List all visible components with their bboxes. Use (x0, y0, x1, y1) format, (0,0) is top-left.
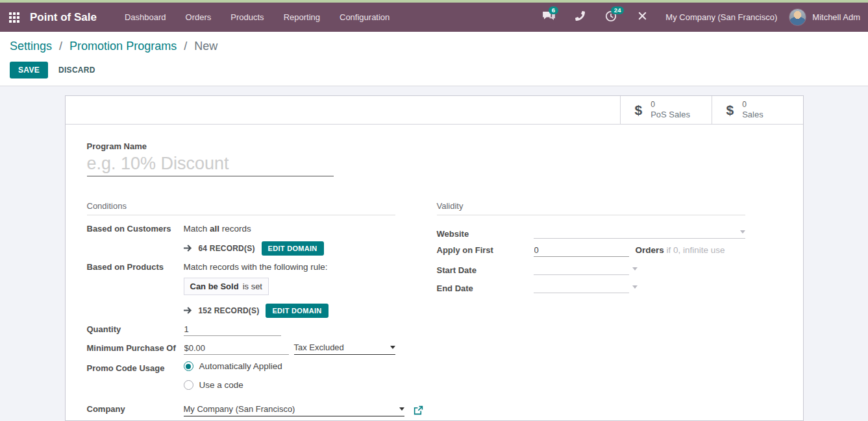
arrow-right-icon (184, 306, 193, 316)
dollar-icon: $ (726, 102, 734, 118)
customers-records-button[interactable]: 64 RECORD(S) (184, 244, 255, 254)
stat-value: 0 (742, 100, 763, 110)
app-menu: Dashboard Orders Products Reporting Conf… (115, 3, 399, 32)
menu-dashboard[interactable]: Dashboard (115, 3, 176, 32)
start-date-field[interactable] (534, 263, 629, 275)
breadcrumb-current: New (194, 40, 217, 53)
arrow-right-icon (184, 244, 193, 254)
website-select[interactable] (534, 228, 745, 239)
breadcrumb-separator: / (59, 40, 62, 53)
chevron-down-icon (390, 346, 395, 349)
program-name-label: Program Name (87, 141, 782, 151)
end-date-field[interactable] (534, 282, 629, 293)
chevron-down-icon (740, 230, 745, 234)
dollar-icon: $ (635, 102, 643, 118)
minimum-purchase-input[interactable] (184, 343, 289, 355)
chevron-down-icon (399, 407, 404, 411)
company-label: Company (87, 404, 184, 414)
rule-operator: is set (243, 282, 262, 291)
control-panel: Settings / Promotion Programs / New SAVE… (0, 32, 868, 86)
conditions-group: Conditions Based on Customers Match all … (87, 201, 395, 416)
menu-orders[interactable]: Orders (176, 3, 221, 32)
stat-label: PoS Sales (651, 110, 690, 120)
minimum-purchase-label: Minimum Purchase Of (87, 343, 184, 353)
form-sheet: $ 0 PoS Sales $ 0 Sales Program Name (65, 95, 804, 421)
activities-badge: 24 (611, 6, 624, 15)
messages-button[interactable]: 6 (541, 10, 556, 25)
products-records-count: 152 RECORD(S) (199, 306, 260, 315)
radio-use-a-code[interactable]: Use a code (184, 380, 395, 390)
menu-reporting[interactable]: Reporting (274, 3, 330, 32)
rule-field: Can be Sold (190, 282, 239, 291)
validity-group: Validity Website Apply on Fir (437, 201, 745, 416)
quantity-label: Quantity (87, 324, 184, 334)
form-view: $ 0 PoS Sales $ 0 Sales Program Name (0, 86, 868, 421)
start-date-label: Start Date (437, 265, 534, 275)
products-domain-rule-chip[interactable]: Can be Sold is set (184, 278, 269, 295)
breadcrumb-settings[interactable]: Settings (10, 40, 52, 53)
apply-on-first-hint: Orders if 0, infinite use (636, 245, 725, 255)
phone-icon (575, 11, 585, 23)
navbar-systray: 6 24 My Company (San Francisco) Mitch (533, 8, 860, 26)
save-button[interactable]: SAVE (10, 62, 48, 78)
end-date-label: End Date (437, 283, 534, 293)
phone-button[interactable] (573, 10, 587, 25)
stat-button-pos-sales[interactable]: $ 0 PoS Sales (620, 96, 712, 124)
apply-on-first-label: Apply on First (437, 245, 534, 255)
stat-button-sales[interactable]: $ 0 Sales (712, 96, 803, 124)
end-date-input[interactable] (534, 282, 638, 293)
products-records-button[interactable]: 152 RECORD(S) (184, 306, 260, 316)
promo-code-usage-label: Promo Code Usage (87, 363, 184, 373)
chevron-down-icon (632, 285, 638, 289)
external-link-icon[interactable] (414, 405, 423, 415)
discard-button[interactable]: DISCARD (58, 66, 95, 75)
company-value: My Company (San Francisco) (184, 404, 295, 414)
breadcrumb-promotion-programs[interactable]: Promotion Programs (69, 40, 177, 53)
messages-badge: 6 (549, 6, 558, 15)
products-edit-domain-button[interactable]: EDIT DOMAIN (266, 304, 328, 318)
stat-button-bar: $ 0 PoS Sales $ 0 Sales (66, 96, 803, 125)
breadcrumb: Settings / Promotion Programs / New (10, 40, 858, 53)
apps-menu-icon[interactable] (9, 12, 19, 23)
products-domain-summary: Match records with the following rule: (184, 262, 395, 272)
quantity-input[interactable] (184, 324, 281, 336)
company-select[interactable]: My Company (San Francisco) (184, 404, 404, 416)
based-on-customers-label: Based on Customers (87, 224, 184, 234)
screen: Point of Sale Dashboard Orders Products … (0, 0, 868, 421)
validity-section-title: Validity (437, 201, 745, 215)
conditions-section-title: Conditions (87, 201, 395, 215)
start-date-input[interactable] (534, 263, 638, 275)
activities-button[interactable]: 24 (604, 10, 618, 25)
control-panel-buttons: SAVE DISCARD (10, 62, 858, 78)
user-avatar[interactable] (789, 8, 806, 26)
menu-products[interactable]: Products (221, 3, 273, 32)
breadcrumb-separator: / (184, 40, 187, 53)
chevron-down-icon (632, 267, 638, 271)
program-name-input[interactable] (87, 154, 334, 176)
stat-label: Sales (742, 110, 763, 120)
app-name[interactable]: Point of Sale (30, 11, 97, 24)
customers-edit-domain-button[interactable]: EDIT DOMAIN (262, 241, 324, 256)
tools-icon (638, 11, 647, 23)
main-navbar: Point of Sale Dashboard Orders Products … (0, 3, 868, 32)
website-label: Website (437, 229, 534, 239)
customers-domain-summary: Match all records (184, 224, 395, 234)
radio-unchecked-icon (184, 380, 193, 390)
tools-button[interactable] (635, 10, 649, 25)
stat-value: 0 (651, 100, 690, 110)
customers-records-count: 64 RECORD(S) (199, 244, 255, 253)
based-on-products-label: Based on Products (87, 262, 184, 272)
menu-configuration[interactable]: Configuration (330, 3, 399, 32)
radio-checked-icon (184, 361, 193, 371)
radio-automatically-applied[interactable]: Automatically Applied (184, 361, 395, 371)
user-menu[interactable]: Mitchell Adm (812, 12, 860, 22)
company-switcher[interactable]: My Company (San Francisco) (665, 12, 777, 22)
apply-on-first-input[interactable] (534, 245, 629, 257)
tax-mode-select[interactable]: Tax Excluded (294, 343, 395, 355)
tax-mode-value: Tax Excluded (294, 343, 344, 352)
